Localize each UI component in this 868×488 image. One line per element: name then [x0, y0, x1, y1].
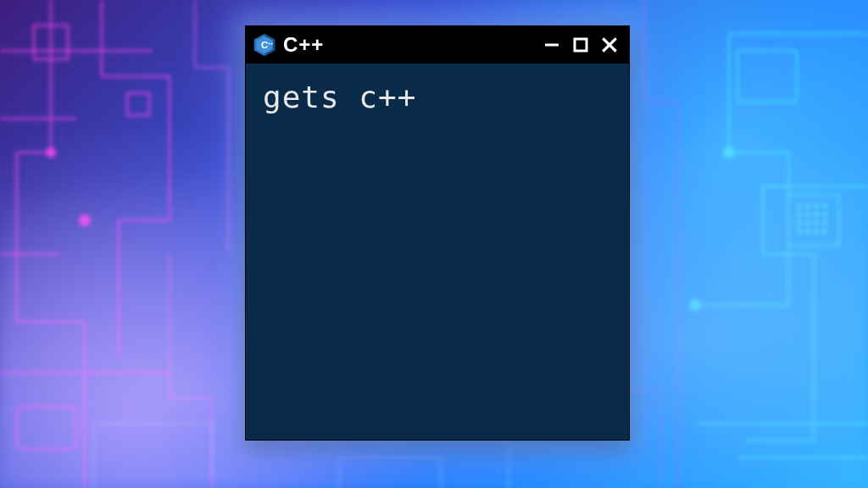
window-title: C++ — [283, 33, 324, 57]
terminal-content[interactable]: gets c++ — [246, 64, 629, 130]
terminal-window: C + + C++ gets c++ — [245, 25, 630, 441]
titlebar[interactable]: C + + C++ — [246, 26, 629, 64]
svg-rect-32 — [575, 39, 587, 51]
close-button[interactable] — [598, 34, 620, 56]
svg-text:C: C — [261, 40, 268, 50]
terminal-line: gets c++ — [263, 79, 612, 115]
maximize-button[interactable] — [570, 34, 592, 56]
cpp-logo-icon: C + + — [253, 33, 276, 57]
svg-text:+: + — [270, 41, 273, 46]
minimize-button[interactable] — [541, 34, 563, 56]
